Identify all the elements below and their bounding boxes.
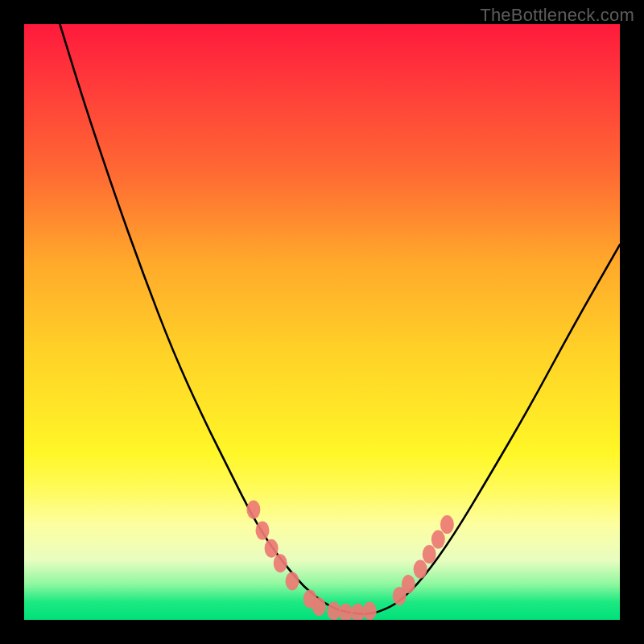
- model-point: [414, 560, 427, 579]
- model-point: [402, 575, 415, 593]
- model-point: [440, 515, 454, 534]
- model-point: [246, 501, 260, 519]
- model-point: [363, 601, 377, 620]
- plot-area: [24, 24, 620, 620]
- model-point: [351, 604, 365, 620]
- model-point: [286, 572, 299, 590]
- model-point: [327, 601, 341, 620]
- model-point: [274, 554, 287, 572]
- model-point: [256, 522, 270, 540]
- model-point: [339, 604, 353, 620]
- chart-svg: [24, 24, 620, 620]
- model-point: [312, 597, 326, 616]
- curve-layer: [60, 24, 620, 614]
- marker-layer: [246, 501, 454, 620]
- model-point: [265, 539, 279, 558]
- bottleneck-curve: [60, 24, 620, 614]
- model-point: [431, 530, 445, 549]
- model-point: [423, 545, 436, 564]
- watermark-text: TheBottleneck.com: [480, 5, 634, 26]
- chart-frame: TheBottleneck.com: [0, 0, 644, 644]
